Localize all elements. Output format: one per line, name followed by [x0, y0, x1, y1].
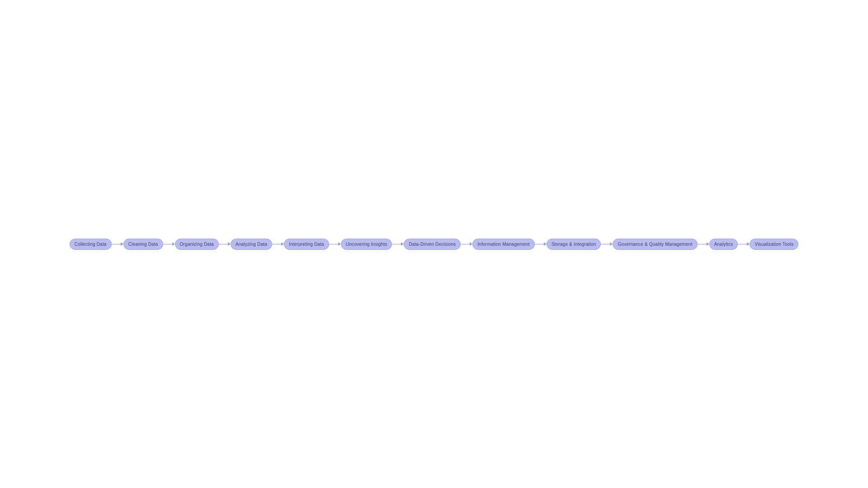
- flow-node-analyzing-data[interactable]: Analyzing Data: [231, 239, 272, 250]
- flow-node-collecting-data[interactable]: Collecting Data: [70, 239, 112, 250]
- flow-node-cleaning-data[interactable]: Cleaning Data: [123, 239, 163, 250]
- flow-node-uncovering-insights[interactable]: Uncovering Insights: [341, 239, 392, 250]
- arrow-9: [698, 242, 709, 246]
- flow-node-data-driven-decisions[interactable]: Data-Driven Decisions: [404, 239, 461, 250]
- arrow-8: [601, 242, 613, 246]
- arrow-4: [329, 242, 341, 246]
- flow-node-storage-integration[interactable]: Storage & Integration: [547, 239, 601, 250]
- arrow-0: [112, 242, 123, 246]
- flow-node-information-management[interactable]: Information Management: [472, 239, 535, 250]
- arrow-2: [219, 242, 231, 246]
- arrow-7: [535, 242, 547, 246]
- flow-node-interpreting-data[interactable]: Interpreting Data: [284, 239, 329, 250]
- flow-node-governance-quality-management[interactable]: Governance & Quality Management: [613, 239, 697, 250]
- flow-node-visualization-tools[interactable]: Visualization Tools: [750, 239, 798, 250]
- arrow-3: [272, 242, 284, 246]
- arrow-5: [392, 242, 404, 246]
- arrow-1: [163, 242, 175, 246]
- arrow-10: [738, 242, 750, 246]
- flow-diagram: Collecting DataCleaning DataOrganizing D…: [5, 239, 863, 250]
- flow-node-analytics[interactable]: Analytics: [709, 239, 738, 250]
- arrow-6: [461, 242, 472, 246]
- flow-node-organizing-data[interactable]: Organizing Data: [175, 239, 219, 250]
